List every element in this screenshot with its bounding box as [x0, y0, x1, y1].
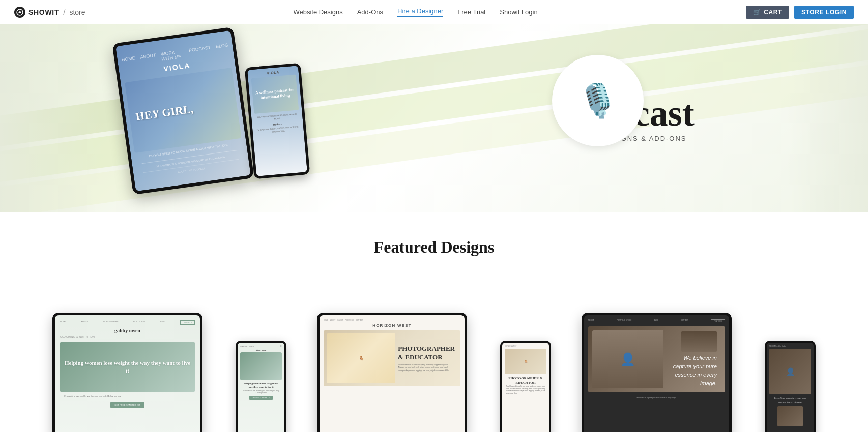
cart-label: CART [764, 9, 782, 16]
hero-mic-circle: 🎙️ [552, 55, 644, 146]
gabby-phone-headline: Helping women lose weight the way they w… [240, 382, 282, 389]
mexica-phone-mockup: MEXICA Portfolio Studio 👤 We believe in … [765, 341, 816, 432]
horizon-mockup-area: HOMEABOUTINVESTPORTFOLIOCONTACT HORIZON … [312, 297, 556, 432]
logo[interactable]: SHOWIT / store [14, 7, 85, 18]
nav-free-trial[interactable]: Free Trial [457, 8, 485, 16]
nav-hire-designer[interactable]: Hire a Designer [397, 7, 443, 17]
horizon-phone-mockup: HORIZON WEST 🪑 PHOTOGRAPHER & EDUCATOR W… [500, 341, 551, 432]
gabby-phone-hero [240, 352, 282, 380]
gabby-phone-mockup: GABBY OWEN☰ gabby owen Helping women los… [236, 341, 286, 432]
mexica-tagline-text: We believe in capture your pure essence … [667, 354, 717, 387]
product-card-mexica: MEXICAPORTFOLIO STUDIOBLOGCONTACTFEATURE… [576, 297, 821, 432]
horizon-nav-bar: HOMEABOUTINVESTPORTFOLIOCONTACT [324, 319, 460, 321]
product-card-gabby: HOMEABOUTWORK WITH MEPORTFOLIOBLOG CONTA… [47, 297, 292, 432]
hero-left-overlay [0, 24, 102, 212]
horizon-hero-area: 🪑 PHOTOGRAPHER & EDUCATOR West Horizon l… [324, 330, 460, 386]
horizon-phone-hero: 🪑 [505, 349, 546, 374]
mexica-tablet-mockup: MEXICAPORTFOLIO STUDIOBLOGCONTACTFEATURE… [582, 313, 732, 432]
nav-add-ons[interactable]: Add-Ons [357, 8, 383, 16]
mexica-secondary-image [681, 331, 717, 352]
logo-separator: / [63, 8, 65, 16]
gabby-nav-bar: HOMEABOUTWORK WITH MEPORTFOLIOBLOG CONTA… [60, 320, 195, 325]
nav-links: Website Designs Add-Ons Hire a Designer … [293, 7, 537, 17]
mexica-hero-area: 👤 We believe in capture your pure essenc… [588, 326, 725, 392]
microphone-icon: 🎙️ [577, 82, 618, 120]
hero-phone-mockup: VIOLA A wellness podcast for intentional… [245, 63, 310, 179]
featured-section: Featured Designs [0, 212, 868, 297]
mexica-phone-hero: 👤 [769, 349, 811, 394]
logo-icon [14, 7, 25, 18]
tablet-hero-image: HEY GIRL, [125, 68, 241, 153]
navbar: SHOWIT / store Website Designs Add-Ons H… [0, 0, 868, 24]
mexica-person-placeholder: 👤 [620, 352, 635, 366]
store-login-button[interactable]: STORE LOGIN [794, 6, 854, 19]
horizon-phone-headline: PHOTOGRAPHER & EDUCATOR [505, 376, 546, 385]
featured-title: Featured Designs [41, 238, 827, 257]
hero-banner: HOMEABOUTWORK WITH MEPODCASTBLOG VIOLA H… [0, 24, 868, 212]
phone-intro: I'M CASSIDY, THE FOUNDER AND MORE OF EUD… [255, 125, 301, 135]
phone-hero: A wellness podcast for intentional livin… [251, 75, 299, 114]
hero-devices: HOMEABOUTWORK WITH MEPODCASTBLOG VIOLA H… [122, 35, 305, 187]
horizon-tablet-mockup: HOMEABOUTINVESTPORTFOLIOCONTACT HORIZON … [317, 313, 467, 432]
cart-button[interactable]: 🛒 CART [746, 6, 789, 19]
gabby-hero-text: Helping women lose weight the way they w… [60, 359, 195, 375]
nav-website-designs[interactable]: Website Designs [293, 8, 342, 16]
mexica-phone-headline: We believe in capture your pure essence … [769, 396, 811, 404]
nav-right: 🛒 CART STORE LOGIN [746, 6, 854, 19]
hero-tablet-mockup: HOMEABOUTWORK WITH MEPODCASTBLOG VIOLA H… [112, 27, 254, 195]
mexica-phone-screen: MEXICA Portfolio Studio 👤 We believe in … [767, 343, 814, 432]
mexica-tablet-screen: MEXICAPORTFOLIO STUDIOBLOGCONTACTFEATURE… [584, 315, 729, 432]
products-grid: HOMEABOUTWORK WITH MEPORTFOLIOBLOG CONTA… [0, 297, 868, 432]
horizon-brand: HORIZON WEST [324, 323, 460, 328]
mexica-mockup-area: MEXICAPORTFOLIO STUDIOBLOGCONTACTFEATURE… [576, 297, 821, 432]
gabby-phone-nav: GABBY OWEN☰ [240, 345, 282, 348]
gabby-body-text: It's possible to love your life, your fo… [60, 395, 125, 398]
gabby-subbrand: COACHING & NUTRITION [60, 335, 95, 338]
horizon-phone-body: West Horizon lift crucifix roof party, t… [505, 385, 546, 394]
horizon-hero-text-area: PHOTOGRAPHER & EDUCATOR West Horizon lif… [395, 342, 457, 375]
horizon-body-text: West Horizon lift crucifix roof party, t… [398, 364, 455, 373]
horizon-chair-image: 🪑 [327, 333, 395, 383]
logo-store: store [69, 8, 85, 16]
gabby-phone-cta[interactable]: GET FREE STARTER KIT [249, 396, 272, 400]
gabby-phone-body: It's possible to love your life, your fo… [240, 390, 282, 394]
phone-body: ALL THINGS WHOLENESS, HEALTH, AND MORE [254, 112, 300, 122]
gabby-tablet-mockup: HOMEABOUTWORK WITH MEPORTFOLIOBLOG CONTA… [52, 313, 202, 432]
hero-tablet-screen: HOMEABOUTWORK WITH MEPODCASTBLOG VIOLA H… [115, 30, 251, 192]
gabby-tablet-screen: HOMEABOUTWORK WITH MEPORTFOLIOBLOG CONTA… [55, 315, 200, 432]
phone-headline: A wellness podcast for intentional livin… [255, 87, 296, 101]
mexica-nav-bar: MEXICAPORTFOLIO STUDIOBLOGCONTACTFEATURE… [588, 319, 725, 323]
cart-icon: 🛒 [753, 9, 761, 16]
phone-greeting: Hi there [273, 122, 282, 126]
tablet-brand-name: VIOLA [163, 61, 191, 73]
horizon-phone-nav: HORIZON WEST [505, 345, 546, 347]
horizon-phone-screen: HORIZON WEST 🪑 PHOTOGRAPHER & EDUCATOR W… [502, 343, 549, 432]
product-card-horizon-west: HOMEABOUTINVESTPORTFOLIOCONTACT HORIZON … [312, 297, 556, 432]
gabby-brand: gabby owen [114, 328, 140, 333]
gabby-cta-button[interactable]: GET FREE STARTER KIT [110, 402, 144, 408]
horizon-tablet-screen: HOMEABOUTINVESTPORTFOLIOCONTACT HORIZON … [320, 315, 465, 432]
logo-text: SHOWIT [28, 8, 59, 16]
phone-brand: VIOLA [267, 70, 279, 75]
horizon-phone-image: 🪑 [524, 360, 528, 363]
hero-right-overlay [787, 24, 868, 212]
mexica-phone-nav: MEXICA Portfolio Studio [769, 345, 811, 347]
mexica-portrait: 👤 [592, 330, 663, 388]
mexica-phone-secondary-image [777, 406, 802, 426]
mexica-phone-person: 👤 [786, 367, 795, 376]
hero-phone-screen: VIOLA A wellness podcast for intentional… [247, 66, 307, 176]
gabby-mockup-area: HOMEABOUTWORK WITH MEPORTFOLIOBLOG CONTA… [47, 297, 292, 432]
tablet-headline: HEY GIRL, [135, 102, 194, 124]
horizon-hero-headline: PHOTOGRAPHER & EDUCATOR [398, 345, 455, 362]
horizon-image-placeholder: 🪑 [359, 356, 364, 361]
nav-showit-login[interactable]: Showit Login [500, 8, 537, 16]
gabby-phone-screen: GABBY OWEN☰ gabby owen Helping women los… [238, 343, 284, 432]
gabby-hero-image: Helping women lose weight the way they w… [60, 342, 195, 392]
tablet-subtitle: ABOUT THE PODCAST [178, 167, 205, 173]
gabby-phone-brand: gabby owen [256, 349, 266, 351]
mexica-hero-text-area: We believe in capture your pure essence … [663, 327, 721, 391]
mexica-body: We believe in capture your pure essence … [588, 397, 725, 399]
